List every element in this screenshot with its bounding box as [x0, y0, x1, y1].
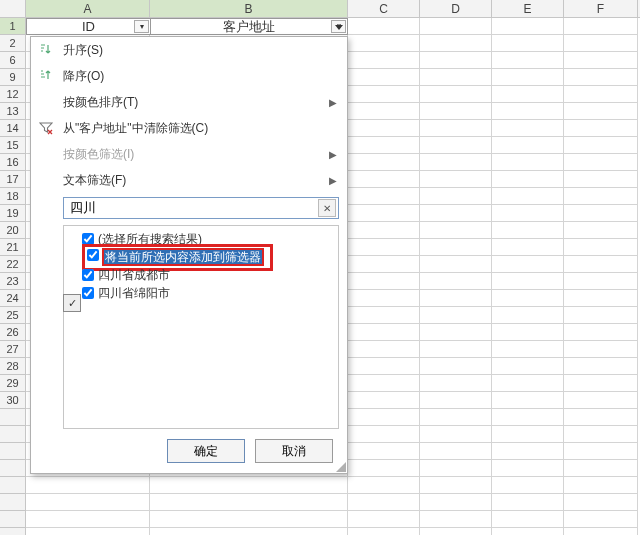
- cell[interactable]: [348, 205, 420, 222]
- cell[interactable]: [564, 18, 638, 35]
- cell[interactable]: [420, 307, 492, 324]
- menu-sort-desc[interactable]: 降序(O): [31, 63, 347, 89]
- result-item-2[interactable]: 四川省绵阳市: [70, 284, 338, 302]
- cell[interactable]: [564, 222, 638, 239]
- row-header[interactable]: 2: [0, 35, 26, 52]
- cell[interactable]: [564, 290, 638, 307]
- cell[interactable]: [420, 409, 492, 426]
- cell[interactable]: [420, 290, 492, 307]
- cell[interactable]: [348, 222, 420, 239]
- cancel-button[interactable]: 取消: [255, 439, 333, 463]
- checkbox-add-to-filter[interactable]: [87, 249, 99, 261]
- cell[interactable]: [420, 205, 492, 222]
- row-header[interactable]: 20: [0, 222, 26, 239]
- cell[interactable]: [420, 460, 492, 477]
- row-header[interactable]: 15: [0, 137, 26, 154]
- cell[interactable]: [564, 426, 638, 443]
- cell[interactable]: [492, 528, 564, 535]
- cell[interactable]: [420, 477, 492, 494]
- row-header[interactable]: [0, 494, 26, 511]
- cell[interactable]: [492, 307, 564, 324]
- cell[interactable]: [492, 358, 564, 375]
- cell[interactable]: [492, 188, 564, 205]
- cell[interactable]: [492, 477, 564, 494]
- cell[interactable]: [564, 239, 638, 256]
- cell[interactable]: [564, 443, 638, 460]
- cell[interactable]: [564, 205, 638, 222]
- cell[interactable]: [420, 188, 492, 205]
- cell[interactable]: [348, 477, 420, 494]
- cell[interactable]: [492, 409, 564, 426]
- cell[interactable]: [420, 18, 492, 35]
- cell[interactable]: [564, 137, 638, 154]
- row-header[interactable]: 30: [0, 392, 26, 409]
- row-header[interactable]: 17: [0, 171, 26, 188]
- cell[interactable]: [420, 256, 492, 273]
- col-header-d[interactable]: D: [420, 0, 492, 17]
- cell[interactable]: [348, 273, 420, 290]
- cell[interactable]: [564, 324, 638, 341]
- cell[interactable]: [26, 511, 150, 528]
- cell[interactable]: [420, 103, 492, 120]
- cell[interactable]: [492, 120, 564, 137]
- cell[interactable]: [564, 358, 638, 375]
- row-header[interactable]: 25: [0, 307, 26, 324]
- cell[interactable]: [564, 494, 638, 511]
- col-header-c[interactable]: C: [348, 0, 420, 17]
- cell[interactable]: [492, 443, 564, 460]
- cell[interactable]: [348, 494, 420, 511]
- cell[interactable]: [348, 290, 420, 307]
- cell[interactable]: [348, 375, 420, 392]
- cell[interactable]: [492, 222, 564, 239]
- cell[interactable]: [492, 137, 564, 154]
- col-header-a[interactable]: A: [26, 0, 150, 17]
- cell[interactable]: [564, 154, 638, 171]
- cell[interactable]: [420, 171, 492, 188]
- row-header[interactable]: 1: [0, 18, 26, 35]
- cell[interactable]: [492, 511, 564, 528]
- select-all-corner[interactable]: [0, 0, 26, 17]
- cell[interactable]: [348, 256, 420, 273]
- cell[interactable]: [348, 154, 420, 171]
- cell[interactable]: [420, 120, 492, 137]
- ok-button[interactable]: 确定: [167, 439, 245, 463]
- cell[interactable]: [564, 511, 638, 528]
- menu-sort-by-color[interactable]: 按颜色排序(T) ▶: [31, 89, 347, 115]
- cell[interactable]: [420, 358, 492, 375]
- cell[interactable]: [564, 188, 638, 205]
- cell[interactable]: [348, 171, 420, 188]
- cell[interactable]: [420, 239, 492, 256]
- cell[interactable]: [564, 375, 638, 392]
- cell[interactable]: [564, 52, 638, 69]
- cell[interactable]: [564, 460, 638, 477]
- cell[interactable]: [348, 120, 420, 137]
- search-input[interactable]: [66, 201, 318, 216]
- row-header[interactable]: 12: [0, 86, 26, 103]
- row-header[interactable]: 21: [0, 239, 26, 256]
- cell[interactable]: [492, 392, 564, 409]
- cell[interactable]: [348, 358, 420, 375]
- cell[interactable]: [564, 392, 638, 409]
- cell[interactable]: [492, 273, 564, 290]
- cell[interactable]: [150, 477, 348, 494]
- cell[interactable]: [348, 239, 420, 256]
- menu-sort-asc[interactable]: 升序(S): [31, 37, 347, 63]
- cell[interactable]: [492, 154, 564, 171]
- cell[interactable]: [348, 409, 420, 426]
- col-header-f[interactable]: F: [564, 0, 638, 17]
- cell[interactable]: [492, 103, 564, 120]
- cell[interactable]: [26, 528, 150, 535]
- cell[interactable]: [492, 375, 564, 392]
- cell[interactable]: [348, 35, 420, 52]
- cell[interactable]: [348, 69, 420, 86]
- cell[interactable]: [348, 137, 420, 154]
- cell[interactable]: [420, 35, 492, 52]
- row-header[interactable]: [0, 477, 26, 494]
- row-header[interactable]: [0, 460, 26, 477]
- cell[interactable]: [492, 494, 564, 511]
- row-header[interactable]: [0, 443, 26, 460]
- cell[interactable]: [348, 528, 420, 535]
- cell[interactable]: [492, 171, 564, 188]
- cell[interactable]: [420, 511, 492, 528]
- cell[interactable]: [348, 18, 420, 35]
